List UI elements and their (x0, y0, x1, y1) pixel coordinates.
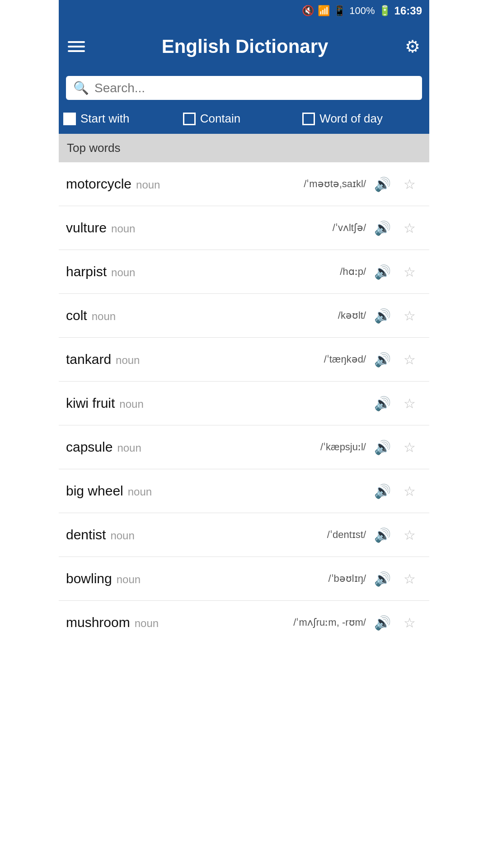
word-name: vulture (66, 220, 107, 236)
battery-text: 100% (349, 5, 375, 17)
word-info: dentistnoun (66, 527, 327, 542)
favorite-button[interactable]: ☆ (397, 478, 422, 504)
list-item[interactable]: capsulenoun/ˈkæpsjuːl/🔊☆ (59, 425, 429, 469)
time-display: 16:39 (394, 5, 422, 17)
search-input[interactable] (94, 81, 415, 95)
star-icon: ☆ (404, 615, 416, 631)
start-with-checkbox[interactable] (63, 113, 76, 125)
word-actions: 🔊☆ (370, 566, 422, 591)
sound-icon: 🔊 (374, 571, 391, 587)
list-item[interactable]: motorcyclenoun/ˈməʊtəˌsaɪkl/🔊☆ (59, 162, 429, 206)
word-name: colt (66, 308, 87, 323)
list-item[interactable]: kiwi fruitnoun🔊☆ (59, 382, 429, 425)
filter-word-of-day[interactable]: Word of day (302, 112, 422, 126)
status-bar: 🔇 📶 📱 100% 🔋 16:39 (59, 0, 429, 22)
word-info: kiwi fruitnoun (66, 396, 370, 411)
sound-button[interactable]: 🔊 (370, 347, 395, 372)
word-name: motorcycle (66, 176, 131, 192)
favorite-button[interactable]: ☆ (397, 391, 422, 416)
section-header: Top words (59, 134, 429, 162)
star-icon: ☆ (404, 220, 416, 236)
favorite-button[interactable]: ☆ (397, 522, 422, 547)
sound-button[interactable]: 🔊 (370, 434, 395, 460)
word-phonetic: /ˈtæŋkəd/ (324, 354, 366, 365)
star-icon: ☆ (404, 527, 416, 543)
word-info: bowlingnoun (66, 571, 328, 586)
word-of-day-checkbox[interactable] (302, 113, 315, 125)
favorite-button[interactable]: ☆ (397, 347, 422, 372)
list-item[interactable]: big wheelnoun🔊☆ (59, 469, 429, 513)
word-info: big wheelnoun (66, 483, 370, 499)
contain-label: Contain (200, 112, 241, 126)
filter-contain[interactable]: Contain (183, 112, 303, 126)
favorite-button[interactable]: ☆ (397, 566, 422, 591)
word-actions: 🔊☆ (370, 259, 422, 284)
sound-button[interactable]: 🔊 (370, 215, 395, 241)
search-container: 🔍 (66, 76, 422, 100)
word-info: motorcyclenoun (66, 176, 304, 192)
sim-icon: 📱 (333, 5, 346, 17)
word-of-day-label: Word of day (319, 112, 383, 126)
word-pos: noun (128, 486, 152, 498)
word-pos: noun (110, 529, 134, 542)
word-pos: noun (119, 398, 143, 410)
word-pos: noun (136, 179, 160, 191)
app-title: English Dictionary (85, 36, 405, 57)
app-header: English Dictionary ⚙ (59, 22, 429, 71)
favorite-button[interactable]: ☆ (397, 434, 422, 460)
word-phonetic: /ˈbəʊlɪŋ/ (328, 573, 366, 585)
word-info: capsulenoun (66, 439, 320, 455)
filter-start-with[interactable]: Start with (63, 112, 183, 126)
word-actions: 🔊☆ (370, 215, 422, 241)
word-pos: noun (111, 266, 135, 279)
sound-icon: 🔊 (374, 264, 391, 280)
sound-icon: 🔊 (374, 220, 391, 236)
word-phonetic: /ˈdentɪst/ (327, 529, 366, 541)
list-item[interactable]: dentistnoun/ˈdentɪst/🔊☆ (59, 513, 429, 557)
favorite-button[interactable]: ☆ (397, 171, 422, 197)
word-info: tankardnoun (66, 352, 324, 367)
filter-row: Start with Contain Word of day (59, 107, 429, 134)
star-icon: ☆ (404, 176, 416, 192)
sound-button[interactable]: 🔊 (370, 522, 395, 547)
favorite-button[interactable]: ☆ (397, 610, 422, 635)
star-icon: ☆ (404, 439, 416, 455)
word-name: mushroom (66, 615, 130, 630)
sound-button[interactable]: 🔊 (370, 303, 395, 328)
word-list: motorcyclenoun/ˈməʊtəˌsaɪkl/🔊☆vulturenou… (59, 162, 429, 644)
search-section: 🔍 (59, 71, 429, 107)
word-info: mushroomnoun (66, 615, 293, 630)
sound-button[interactable]: 🔊 (370, 478, 395, 504)
sound-icon: 🔊 (374, 483, 391, 499)
favorite-button[interactable]: ☆ (397, 215, 422, 241)
list-item[interactable]: mushroomnoun/ˈmʌʃruːm, -rʊm/🔊☆ (59, 601, 429, 644)
word-pos: noun (135, 617, 159, 630)
list-item[interactable]: harpistnoun/hɑːp/🔊☆ (59, 250, 429, 294)
list-item[interactable]: tankardnoun/ˈtæŋkəd/🔊☆ (59, 338, 429, 382)
star-icon: ☆ (404, 264, 416, 280)
word-info: harpistnoun (66, 264, 340, 279)
sound-icon: 🔊 (374, 615, 391, 631)
word-name: dentist (66, 527, 106, 542)
contain-checkbox[interactable] (183, 113, 196, 125)
sound-button[interactable]: 🔊 (370, 566, 395, 591)
sound-button[interactable]: 🔊 (370, 259, 395, 284)
word-pos: noun (116, 354, 140, 367)
word-actions: 🔊☆ (370, 171, 422, 197)
star-icon: ☆ (404, 571, 416, 587)
menu-button[interactable] (68, 41, 85, 52)
sound-button[interactable]: 🔊 (370, 171, 395, 197)
list-item[interactable]: coltnoun/kəʊlt/🔊☆ (59, 294, 429, 338)
star-icon: ☆ (404, 308, 416, 324)
word-actions: 🔊☆ (370, 478, 422, 504)
favorite-button[interactable]: ☆ (397, 303, 422, 328)
list-item[interactable]: vulturenoun/ˈvʌltʃə/🔊☆ (59, 206, 429, 250)
word-name: tankard (66, 352, 111, 367)
list-item[interactable]: bowlingnoun/ˈbəʊlɪŋ/🔊☆ (59, 557, 429, 601)
battery-icon: 🔋 (379, 5, 391, 17)
settings-button[interactable]: ⚙ (405, 37, 420, 57)
sound-button[interactable]: 🔊 (370, 391, 395, 416)
sound-button[interactable]: 🔊 (370, 610, 395, 635)
favorite-button[interactable]: ☆ (397, 259, 422, 284)
word-name: capsule (66, 439, 113, 455)
